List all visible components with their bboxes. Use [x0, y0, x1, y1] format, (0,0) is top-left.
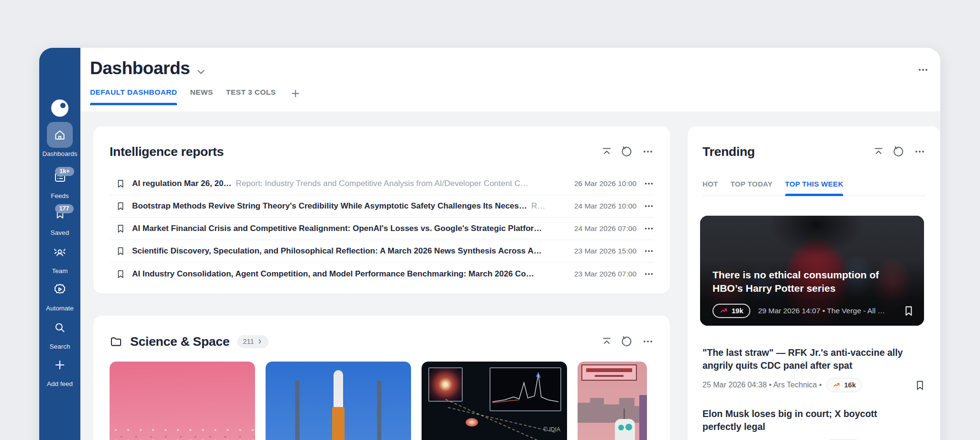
views-pill: 19k: [713, 304, 750, 318]
feeds-count-badge: 1k+: [55, 167, 74, 176]
app-logo[interactable]: [51, 99, 68, 117]
report-row[interactable]: AI Industry Consolidation, Agent Competi…: [110, 263, 654, 285]
card-title: Science & Space: [130, 334, 230, 349]
add-tab-button[interactable]: [290, 88, 301, 99]
trending-item-title[interactable]: Elon Musk loses big in court; X boycott …: [702, 407, 925, 433]
card-title: Trending: [702, 144, 755, 159]
bookmark-icon[interactable]: [903, 305, 914, 317]
launch-tower: [295, 381, 300, 440]
report-snippet: R…: [531, 201, 566, 211]
row-more-icon[interactable]: [644, 246, 654, 256]
automate-icon: [53, 283, 67, 296]
tab-test-3-cols[interactable]: TEST 3 COLS: [226, 88, 276, 105]
row-more-icon[interactable]: [644, 201, 654, 211]
card-title: Intelligence reports: [110, 144, 223, 159]
spectrum-inset: [490, 367, 561, 411]
trending-item-title[interactable]: "The last straw" — RFK Jr.'s anti-vaccin…: [702, 346, 925, 372]
report-list: AI regulation Mar 26, 20… Report: Indust…: [110, 173, 654, 285]
bookmark-icon[interactable]: [116, 224, 125, 233]
refresh-icon[interactable]: [893, 146, 905, 157]
row-more-icon[interactable]: [644, 224, 654, 233]
logo-pupil: [60, 103, 66, 108]
report-snippet: Report: Industry Trends and Competitive …: [236, 179, 566, 188]
report-date: 23 Mar 2026 07:00: [574, 270, 636, 278]
report-title: AI regulation Mar 26, 20…: [132, 179, 232, 188]
more-icon[interactable]: [642, 146, 654, 157]
trending-tabs: HOT TOP TODAY TOP THIS WEEK: [702, 180, 925, 196]
report-row[interactable]: AI Market Financial Crisis and Competiti…: [110, 218, 654, 240]
collapse-icon[interactable]: [873, 146, 884, 157]
views-count: 16k: [844, 381, 856, 389]
page-more-button[interactable]: [914, 61, 932, 78]
bookmark-icon[interactable]: [116, 179, 125, 188]
bookmark-icon[interactable]: [116, 201, 125, 211]
dashboard-content: Intelligence reports AI regulation Mar 2: [80, 111, 940, 440]
thumbnail-cartoon-robot[interactable]: [578, 362, 647, 440]
science-space-card: Science & Space 211: [93, 316, 670, 440]
robot-antenna: [624, 408, 625, 420]
hero-meta: 29 Mar 2026 14:07 • The Verge - All …: [758, 307, 898, 315]
trending-hero-article[interactable]: There is no ethical consumption of HBO’s…: [700, 216, 924, 326]
rocket-core: [332, 407, 345, 440]
report-row[interactable]: Bootstrap Methods Revive String Theory's…: [110, 195, 654, 218]
bookmark-icon[interactable]: [116, 246, 125, 256]
doorway: [639, 395, 647, 440]
app-window: Dashboards 1k+ Feeds 177 Saved Team: [39, 48, 940, 440]
collapse-icon[interactable]: [601, 146, 612, 157]
sidebar-item-label: Add feed: [39, 380, 80, 387]
skyline: [578, 389, 647, 423]
plus-icon: [53, 358, 67, 372]
trending-up-icon: [833, 381, 841, 389]
trending-item[interactable]: "The last straw" — RFK Jr.'s anti-vaccin…: [702, 346, 925, 392]
views-pill: 16k: [826, 378, 862, 392]
sidebar: Dashboards 1k+ Feeds 177 Saved Team: [39, 48, 80, 440]
feed-count-pill[interactable]: 211: [237, 335, 268, 348]
trending-item[interactable]: Elon Musk loses big in court; X boycott …: [702, 407, 925, 440]
tab-news[interactable]: NEWS: [190, 88, 213, 105]
sidebar-item-label: Dashboards: [39, 150, 80, 157]
more-icon[interactable]: [642, 336, 654, 347]
report-date: 23 Mar 2026 15:00: [574, 247, 636, 255]
bookmark-icon[interactable]: [116, 269, 125, 279]
refresh-icon[interactable]: [622, 146, 633, 157]
report-title: AI Market Financial Crisis and Competiti…: [132, 224, 542, 233]
sidebar-item-label: Team: [39, 267, 80, 275]
tab-top-today[interactable]: TOP TODAY: [731, 180, 773, 196]
report-row[interactable]: AI regulation Mar 26, 20… Report: Indust…: [110, 173, 654, 195]
sidebar-item-search[interactable]: Search: [39, 315, 80, 350]
collapse-icon[interactable]: [601, 336, 612, 347]
chevron-right-icon: [257, 339, 263, 344]
report-title: Scientific Discovery, Speculation, and P…: [132, 246, 542, 256]
search-icon: [54, 321, 66, 334]
report-date: 24 Mar 2026 07:00: [574, 224, 636, 233]
team-icon: [53, 245, 67, 259]
thumbnail-galaxy-diagram[interactable]: © IDIA: [422, 362, 567, 440]
more-icon[interactable]: [914, 146, 925, 157]
source-blob: [466, 418, 478, 427]
sidebar-item-saved[interactable]: 177 Saved: [39, 201, 80, 236]
refresh-icon[interactable]: [622, 336, 633, 347]
main-area: Dashboards DEFAULT DASHBOARD NEWS TEST 3…: [80, 48, 940, 440]
chevron-down-icon[interactable]: [195, 66, 207, 77]
saved-count-badge: 177: [55, 204, 74, 213]
sidebar-item-feeds[interactable]: 1k+ Feeds: [39, 164, 80, 199]
thumbnail-pink-lake[interactable]: [110, 362, 255, 440]
sidebar-item-label: Automate: [39, 305, 80, 312]
intelligence-reports-card: Intelligence reports AI regulation Mar 2: [93, 126, 670, 294]
watermark: © IDIA: [543, 426, 560, 433]
tab-default-dashboard[interactable]: DEFAULT DASHBOARD: [90, 88, 177, 105]
report-row[interactable]: Scientific Discovery, Speculation, and P…: [110, 240, 654, 263]
thumbnail-rocket-crew[interactable]: [266, 362, 411, 440]
sidebar-item-add-feed[interactable]: Add feed: [39, 352, 80, 387]
row-more-icon[interactable]: [644, 269, 654, 279]
tab-top-this-week[interactable]: TOP THIS WEEK: [785, 180, 844, 196]
sidebar-item-dashboards[interactable]: Dashboards: [39, 122, 80, 157]
page-title: Dashboards: [90, 58, 190, 78]
row-more-icon[interactable]: [644, 179, 654, 188]
galaxy-streak: [492, 437, 533, 440]
trending-up-icon: [720, 307, 728, 315]
sidebar-item-team[interactable]: Team: [39, 239, 80, 275]
bookmark-icon[interactable]: [914, 380, 925, 391]
sidebar-item-automate[interactable]: Automate: [39, 276, 80, 312]
tab-hot[interactable]: HOT: [702, 180, 718, 196]
